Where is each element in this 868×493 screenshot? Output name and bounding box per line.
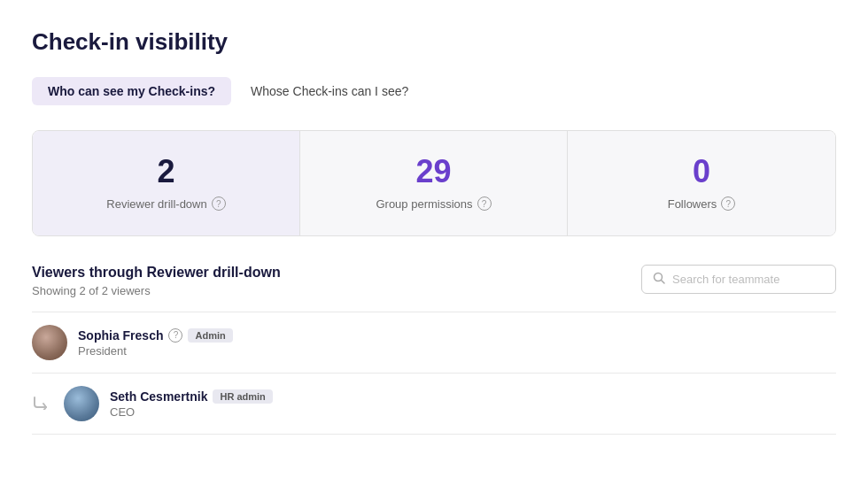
tab-see-checkins[interactable]: Whose Check-ins can I see?: [235, 77, 424, 105]
viewer-help-icon[interactable]: ?: [168, 328, 182, 343]
viewer-role-tag: HR admin: [213, 389, 272, 404]
stats-grid: 2 Reviewer drill-down ? 29 Group permiss…: [32, 130, 836, 236]
avatar: [64, 386, 99, 421]
followers-number: 0: [585, 156, 818, 188]
viewer-title: President: [78, 344, 836, 358]
tab-my-checkins[interactable]: Who can see my Check-ins?: [32, 77, 231, 105]
section-title: Viewers through Reviewer drill-down: [32, 265, 281, 281]
svg-line-1: [662, 281, 665, 284]
reviewer-drilldown-number: 2: [50, 156, 282, 188]
section-title-area: Viewers through Reviewer drill-down Show…: [32, 265, 281, 297]
page-title: Check-in visibility: [32, 28, 836, 56]
reviewer-help-icon[interactable]: ?: [212, 196, 226, 211]
followers-help-icon[interactable]: ?: [721, 196, 735, 211]
section-subtitle: Showing 2 of 2 viewers: [32, 284, 281, 297]
viewer-title: CEO: [110, 405, 836, 419]
search-input[interactable]: [672, 273, 825, 286]
viewer-name-row: Seth Cesmertnik HR admin: [110, 389, 836, 404]
followers-label: Followers ?: [585, 196, 818, 211]
section-header: Viewers through Reviewer drill-down Show…: [32, 265, 836, 297]
viewer-role-tag: Admin: [188, 328, 232, 343]
reviewer-drilldown-label: Reviewer drill-down ?: [50, 196, 282, 211]
viewer-list: Sophia Fresch ? Admin President Seth Ces…: [32, 312, 836, 435]
group-permissions-label: Group permissions ?: [318, 196, 549, 211]
table-row: Sophia Fresch ? Admin President: [32, 312, 836, 374]
group-permissions-number: 29: [318, 156, 549, 188]
viewer-name: Sophia Fresch: [78, 328, 163, 343]
group-permissions-help-icon[interactable]: ?: [477, 196, 492, 211]
search-box[interactable]: [641, 265, 836, 294]
viewer-name: Seth Cesmertnik: [110, 389, 207, 404]
viewer-info: Sophia Fresch ? Admin President: [78, 328, 836, 358]
avatar: [32, 325, 67, 360]
drill-down-icon: [32, 394, 50, 414]
stat-reviewer-drilldown[interactable]: 2 Reviewer drill-down ?: [33, 131, 300, 235]
viewer-info: Seth Cesmertnik HR admin CEO: [110, 389, 836, 419]
search-icon: [653, 272, 665, 287]
table-row: Seth Cesmertnik HR admin CEO: [32, 374, 836, 435]
stat-group-permissions[interactable]: 29 Group permissions ?: [300, 131, 568, 235]
tab-bar: Who can see my Check-ins? Whose Check-in…: [32, 77, 836, 105]
stat-followers[interactable]: 0 Followers ?: [568, 131, 835, 235]
viewer-name-row: Sophia Fresch ? Admin: [78, 328, 836, 343]
